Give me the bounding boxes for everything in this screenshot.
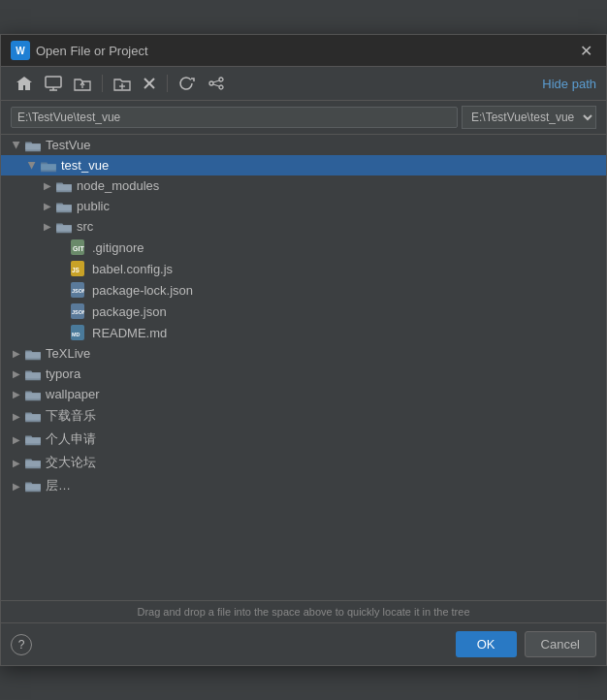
svg-point-10 (219, 85, 223, 89)
dialog-title: Open File or Project (36, 44, 148, 58)
bookmark-btn[interactable] (203, 73, 230, 94)
svg-line-12 (213, 84, 219, 86)
chevron-download_music: ▶ (9, 411, 24, 422)
tree-item-test_vue[interactable]: ▶ test_vue (1, 155, 606, 175)
tree-item-readme[interactable]: ▶ MD README.md (1, 322, 606, 343)
label-node_modules: node_modules (77, 178, 159, 193)
label-readme: README.md (92, 326, 167, 340)
svg-rect-0 (46, 77, 61, 87)
svg-point-9 (219, 78, 223, 81)
label-texlive: TeXLive (46, 346, 90, 361)
divider-1 (102, 75, 103, 92)
label-jiaoda_forum: 交大论坛 (46, 454, 96, 471)
tree-item-gitignore[interactable]: ▶ GIT .gitignore (1, 237, 606, 258)
tree-item-texlive[interactable]: ▶ TeXLive (1, 343, 606, 364)
tree-item-jiaoda_forum[interactable]: ▶ 交大论坛 (1, 451, 606, 474)
chevron-testvue: ▶ (12, 138, 22, 153)
chevron-public: ▶ (40, 201, 55, 211)
toolbar: Hide path (1, 67, 606, 101)
monitor-btn[interactable] (40, 73, 67, 94)
help-button[interactable]: ? (11, 634, 32, 655)
folder-icon-wallpaper (24, 388, 42, 401)
tree-item-src[interactable]: ▶ src (1, 216, 606, 237)
open-file-dialog: W Open File or Project ✕ (0, 34, 607, 666)
tree-item-more[interactable]: ▶ 层… (1, 474, 606, 497)
folder-icon-test_vue (40, 159, 57, 173)
tree-item-package_json[interactable]: ▶ JSON package.json (1, 301, 606, 322)
tree-item-babel_config[interactable]: ▶ JS babel.config.js (1, 258, 606, 279)
label-package_lock: package-lock.json (92, 283, 193, 298)
chevron-test_vue: ▶ (27, 158, 38, 174)
folder-icon-typora (24, 367, 42, 381)
chevron-jiaoda_forum: ▶ (9, 458, 24, 468)
tree-item-personal_app[interactable]: ▶ 个人申请 (1, 428, 606, 451)
chevron-src: ▶ (40, 221, 55, 232)
chevron-typora: ▶ (9, 368, 24, 379)
tree-item-typora[interactable]: ▶ typora (1, 364, 606, 384)
title-bar: W Open File or Project ✕ (1, 35, 606, 67)
tree-item-testvue[interactable]: ▶ TestVue (1, 135, 606, 155)
label-src: src (77, 219, 93, 234)
title-bar-left: W Open File or Project (11, 41, 148, 60)
file-icon-package_json: JSON (71, 303, 88, 319)
svg-text:JS: JS (72, 267, 80, 273)
svg-text:JSON: JSON (72, 309, 84, 315)
path-input[interactable] (11, 107, 458, 128)
hint-text: Drag and drop a file into the space abov… (137, 606, 469, 618)
open-folder-btn[interactable] (69, 73, 96, 94)
tree-item-node_modules[interactable]: ▶ node_modules (1, 175, 606, 196)
refresh-btn[interactable] (174, 73, 201, 94)
hide-path-link[interactable]: Hide path (542, 77, 596, 91)
folder-icon-texlive (24, 347, 42, 361)
folder-icon-personal_app (24, 432, 42, 446)
hint-bar: Drag and drop a file into the space abov… (1, 600, 606, 622)
label-test_vue: test_vue (61, 158, 109, 173)
chevron-more: ▶ (9, 481, 24, 492)
svg-text:MD: MD (72, 332, 80, 337)
chevron-wallpaper: ▶ (9, 389, 24, 399)
folder-icon-node_modules (55, 179, 73, 193)
label-public: public (77, 199, 110, 213)
label-typora: typora (46, 366, 80, 381)
label-personal_app: 个人申请 (46, 430, 96, 448)
close-button[interactable]: ✕ (576, 42, 596, 60)
svg-text:GIT: GIT (73, 245, 84, 252)
tree-item-wallpaper[interactable]: ▶ wallpaper (1, 384, 606, 404)
svg-point-8 (209, 81, 213, 85)
folder-icon-download_music (24, 409, 42, 423)
label-more: 层… (46, 477, 71, 494)
folder-icon-src (55, 220, 73, 234)
label-wallpaper: wallpaper (46, 387, 100, 401)
path-dropdown[interactable]: E:\TestVue\test_vue (462, 106, 596, 129)
tree-item-package_lock[interactable]: ▶ JSON package-lock.json (1, 279, 606, 301)
label-babel_config: babel.config.js (92, 262, 173, 276)
folder-icon-more (24, 479, 42, 493)
label-package_json: package.json (92, 304, 167, 319)
cancel-button[interactable]: Cancel (525, 631, 596, 657)
divider-2 (167, 75, 168, 92)
delete-btn[interactable] (138, 74, 161, 93)
file-icon-gitignore: GIT (71, 239, 88, 255)
file-icon-babel: JS (71, 261, 88, 276)
tree-item-download_music[interactable]: ▶ 下载音乐 (1, 404, 606, 428)
label-testvue: TestVue (46, 138, 91, 152)
chevron-personal_app: ▶ (9, 434, 24, 445)
bottom-bar: ? OK Cancel (1, 622, 606, 665)
folder-icon-testvue (24, 139, 42, 152)
chevron-texlive: ▶ (9, 348, 24, 359)
file-icon-readme: MD (71, 325, 88, 340)
folder-icon-public (55, 200, 73, 213)
tree-item-public[interactable]: ▶ public (1, 196, 606, 216)
svg-line-11 (213, 80, 219, 82)
path-bar: E:\TestVue\test_vue (1, 101, 606, 135)
action-buttons: OK Cancel (456, 631, 596, 657)
file-icon-package_lock: JSON (71, 282, 88, 298)
folder-icon-jiaoda_forum (24, 456, 42, 469)
file-tree: ▶ TestVue ▶ test_vue ▶ node_modules (1, 135, 606, 600)
home-btn[interactable] (11, 73, 38, 94)
label-gitignore: .gitignore (92, 240, 144, 255)
new-folder-btn[interactable] (109, 73, 136, 94)
toolbar-buttons (11, 73, 230, 94)
chevron-node_modules: ▶ (40, 180, 55, 191)
ok-button[interactable]: OK (456, 631, 517, 657)
